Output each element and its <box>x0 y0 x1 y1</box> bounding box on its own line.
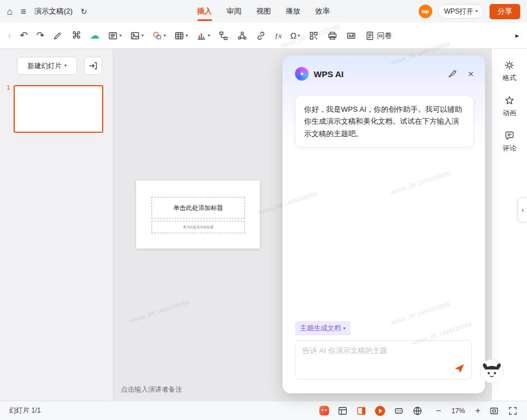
tab-insert[interactable]: 插入 <box>193 0 217 23</box>
zoom-out-button[interactable]: − <box>436 406 441 415</box>
format-painter-icon[interactable] <box>53 27 63 44</box>
shapes-icon[interactable]: ▾ <box>152 27 166 44</box>
redo-icon[interactable]: ↷ <box>36 27 44 44</box>
ai-input-area: 主题生成文档 ▾ <box>295 321 472 380</box>
send-icon[interactable] <box>453 362 466 375</box>
sidebar-item-format[interactable]: 格式 <box>503 60 516 83</box>
new-slide-label: 新建幻灯片 <box>27 61 61 71</box>
comment-icon <box>504 131 515 141</box>
chevron-down-icon: ▾ <box>185 33 188 38</box>
zoom-in-button[interactable]: + <box>475 406 480 415</box>
ai-panel-title: WPS AI <box>314 69 344 79</box>
gear-icon <box>504 60 515 70</box>
ai-mascot[interactable] <box>479 359 504 384</box>
smartart-icon[interactable] <box>237 27 247 44</box>
ribbon-tabs: 插入 审阅 视图 播放 效率 <box>193 0 335 23</box>
fullscreen-icon[interactable] <box>508 406 518 416</box>
fit-window-icon[interactable] <box>489 406 499 416</box>
tab-view[interactable]: 视图 <box>252 0 276 23</box>
chevron-down-icon: ▾ <box>208 33 210 38</box>
sidebar-item-label: 动画 <box>503 108 516 118</box>
zoom-level[interactable]: 17% <box>450 407 467 415</box>
sidebar-collapse-handle[interactable]: ‹ <box>518 198 527 222</box>
close-icon[interactable]: × <box>468 69 474 79</box>
survey-doc-icon <box>365 31 375 41</box>
sidebar-item-label: 格式 <box>503 73 516 83</box>
back-icon[interactable]: ‹ <box>8 27 11 44</box>
slide-canvas[interactable]: 单击此处添加标题 单击此处添加副标题 <box>136 180 260 249</box>
globe-icon[interactable] <box>412 406 423 416</box>
wps-ai-logo-icon <box>295 67 309 81</box>
wps-ai-panel: WPS AI × 你好，我是WPS AI，你的创作助手。我可以辅助你生成演示文稿… <box>283 56 485 393</box>
table-icon[interactable]: ▾ <box>174 27 188 44</box>
more-tools-icon[interactable]: ▸ <box>515 27 519 44</box>
ai-prompt-input[interactable] <box>302 346 450 374</box>
remote-control-icon[interactable] <box>394 406 404 416</box>
sidebar-item-comments[interactable]: 评论 <box>503 131 516 153</box>
ai-panel-toggle-icon[interactable] <box>356 406 366 416</box>
collapse-icon: ‹ <box>522 206 524 214</box>
command-icon[interactable]: ⌘ <box>71 27 81 44</box>
home-icon[interactable]: ⌂ <box>7 7 12 16</box>
chart-icon[interactable]: ▾ <box>196 27 210 44</box>
titlebar: ⌂ ≡ 演示文稿(2) ↻ 插入 审阅 视图 播放 效率 wp WPS打开 ▾ … <box>0 0 527 23</box>
chevron-down-icon: ▾ <box>343 326 345 331</box>
formula-icon[interactable]: ƒx <box>275 27 281 44</box>
sync-icon[interactable]: ↻ <box>81 7 87 15</box>
menu-icon[interactable]: ≡ <box>20 7 26 16</box>
document-title[interactable]: 演示文稿(2) <box>34 6 73 16</box>
import-icon <box>88 61 98 71</box>
ai-greeting-message: 你好，我是WPS AI，你的创作助手。我可以辅助你生成演示文稿和美化文档。试试在… <box>295 95 474 148</box>
slide-info: 幻灯片 1/1 <box>9 406 41 415</box>
new-slide-button[interactable]: 新建幻灯片 ▾ <box>17 57 77 75</box>
chevron-down-icon: ▾ <box>298 33 300 38</box>
theme-brush-icon[interactable] <box>448 69 458 79</box>
chevron-down-icon: ▾ <box>64 64 66 68</box>
speaker-notes-placeholder[interactable]: 点击输入演讲者备注 <box>121 385 182 394</box>
chevron-down-icon: ▾ <box>141 33 144 38</box>
ai-prompt-box <box>295 340 472 380</box>
flowchart-icon[interactable] <box>218 27 229 44</box>
image-icon[interactable]: ▾ <box>130 27 144 44</box>
normal-view-icon[interactable] <box>338 406 348 416</box>
printer-icon[interactable] <box>327 27 338 44</box>
textbox-icon[interactable]: ▾ <box>108 27 121 44</box>
ai-assistant-icon[interactable] <box>319 406 329 415</box>
sidebar-item-animation[interactable]: 动画 <box>503 95 516 118</box>
wps-open-button[interactable]: WPS打开 ▾ <box>438 4 484 19</box>
wps-open-label: WPS打开 <box>444 7 473 16</box>
slide-thumbnail[interactable] <box>14 85 103 133</box>
chevron-down-icon: ▾ <box>475 9 478 14</box>
tab-review[interactable]: 审阅 <box>222 0 246 23</box>
link-icon[interactable] <box>256 27 266 44</box>
tab-slideshow[interactable]: 播放 <box>281 0 305 23</box>
mode-selector[interactable]: 主题生成文档 ▾ <box>295 321 351 335</box>
title-placeholder[interactable]: 单击此处添加标题 <box>151 197 245 219</box>
sidebar-item-label: 评论 <box>503 144 516 153</box>
cloud-icon[interactable]: ☁ <box>90 27 99 44</box>
statusbar: 幻灯片 1/1 − 17% + <box>0 401 527 420</box>
insert-toolbar: ‹ ↶ ↷ ⌘ ☁ ▾ ▾ ▾ ▾ ▾ <box>0 23 527 49</box>
undo-icon[interactable]: ↶ <box>20 27 28 44</box>
slide-panel: 新建幻灯片 ▾ 1 <box>0 49 113 401</box>
share-button[interactable]: 分享 <box>490 4 520 19</box>
subtitle-placeholder[interactable]: 单击此处添加副标题 <box>151 221 245 233</box>
import-slide-button[interactable] <box>84 57 102 75</box>
chevron-down-icon: ▾ <box>119 33 121 38</box>
mode-label: 主题生成文档 <box>300 324 341 333</box>
play-slideshow-button[interactable] <box>375 406 385 416</box>
ai-panel-header: WPS AI × <box>283 56 485 81</box>
survey-label: 问卷 <box>377 31 392 41</box>
right-sidebar: 格式 动画 评论 <box>491 49 527 401</box>
chevron-down-icon: ▾ <box>163 33 166 38</box>
qrcode-icon[interactable] <box>309 27 319 44</box>
wps-presentation-window: ⌂ ≡ 演示文稿(2) ↻ 插入 审阅 视图 播放 效率 wp WPS打开 ▾ … <box>0 0 527 420</box>
tab-efficiency[interactable]: 效率 <box>311 0 335 23</box>
card-icon[interactable] <box>346 27 356 44</box>
slide-number: 1 <box>7 84 10 91</box>
symbol-omega-icon[interactable]: Ω ▾ <box>290 27 300 44</box>
survey-button[interactable]: 问卷 <box>365 27 392 44</box>
avatar[interactable]: wp <box>419 5 432 18</box>
omega-glyph: Ω <box>290 31 297 40</box>
star-icon <box>504 95 515 106</box>
